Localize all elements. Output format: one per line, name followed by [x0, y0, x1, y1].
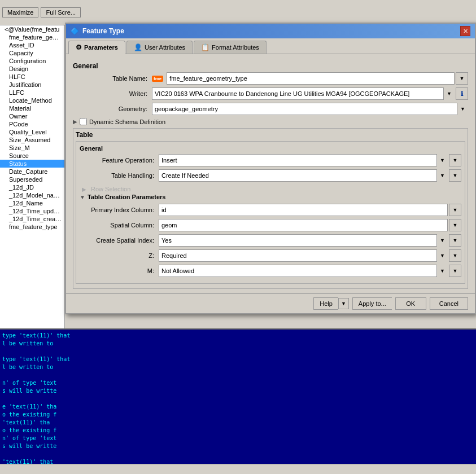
dialog-close-button[interactable]: ✕: [460, 26, 470, 36]
log-line: e 'text(11)' tha: [2, 403, 474, 411]
m-btn[interactable]: ▼: [449, 265, 461, 277]
sidebar-item-9[interactable]: Locate_Method: [0, 96, 64, 104]
log-line: n' of type 'text: [2, 379, 474, 387]
tab-format-attributes[interactable]: 📋 Format Attributes: [194, 41, 267, 54]
feature-operation-btn[interactable]: ▼: [449, 154, 461, 166]
tab-format-attributes-label: Format Attributes: [212, 44, 259, 51]
help-button[interactable]: Help: [313, 297, 338, 310]
sidebar-item-21[interactable]: _12d_Model_name: [0, 191, 64, 199]
sidebar-item-25[interactable]: fme_feature_type: [0, 223, 64, 231]
log-line: l be written to: [2, 363, 474, 371]
sidebar-item-19[interactable]: Superseded: [0, 175, 64, 183]
dynamic-schema-label: Dynamic Schema Definition: [89, 118, 165, 125]
primary-index-btn[interactable]: ▼: [449, 204, 461, 216]
sidebar-item-13[interactable]: Quality_Level: [0, 128, 64, 136]
z-control: Required ▼ ▼: [159, 249, 461, 262]
writer-select-wrapper: VIC20 0163 WPA Cranbourne to Dandenong L…: [152, 87, 455, 100]
table-name-input[interactable]: [167, 72, 455, 85]
feature-operation-select[interactable]: Insert: [159, 154, 448, 166]
sidebar-item-22[interactable]: _12d_Name: [0, 199, 64, 207]
sidebar-item-7[interactable]: Justification: [0, 81, 64, 89]
maximize-button[interactable]: Maximize: [2, 7, 38, 17]
log-area: type 'text(11)' thatl be written to type…: [0, 328, 476, 464]
table-handling-label: Table Handling:: [80, 172, 159, 179]
tab-parameters[interactable]: ⚙ Parameters: [68, 41, 125, 54]
table-handling-row: Table Handling: Create If Needed ▼ ▼: [80, 169, 461, 182]
fme-icon: fme: [152, 76, 163, 82]
sidebar-item-12[interactable]: PCode: [0, 120, 64, 128]
help-dropdown-button[interactable]: ▼: [338, 298, 349, 309]
table-handling-select[interactable]: Create If Needed: [159, 169, 448, 182]
primary-index-input[interactable]: [159, 204, 448, 216]
dialog-title-icon: 🔷: [71, 27, 79, 35]
dialog-footer: Help ▼ Apply to... OK Cancel: [66, 293, 475, 313]
sidebar-item-10[interactable]: Material: [0, 104, 64, 112]
table-handling-btn[interactable]: ▼: [449, 169, 461, 182]
table-creation-header[interactable]: ▼ Table Creation Parameters: [80, 194, 461, 200]
spatial-column-input[interactable]: [159, 219, 448, 231]
apply-button[interactable]: Apply to...: [352, 297, 392, 310]
sidebar-item-16[interactable]: Source: [0, 152, 64, 160]
table-general-title: General: [80, 145, 461, 152]
table-section-header: Table: [76, 131, 465, 139]
sidebar-item-4[interactable]: Configuration: [0, 57, 64, 65]
row-selection-row: ▶ Row Selection: [80, 185, 461, 194]
table-name-dropdown-button[interactable]: ▼: [456, 72, 468, 85]
sidebar-item-8[interactable]: LLFC: [0, 89, 64, 96]
sidebar-item-18[interactable]: Date_Capture: [0, 168, 64, 175]
sidebar-item-15[interactable]: Size_M: [0, 144, 64, 152]
spatial-column-row: Spatial Column: ▼: [80, 219, 461, 231]
format-icon: 📋: [201, 43, 209, 51]
sidebar-item-2[interactable]: Asset_ID: [0, 41, 64, 49]
tab-parameters-label: Parameters: [84, 44, 118, 51]
sidebar-item-1[interactable]: fme_feature_geomet: [0, 33, 64, 41]
log-line: s will be writte: [2, 387, 474, 395]
m-select[interactable]: Not Allowed: [159, 265, 448, 277]
table-creation-section: ▼ Table Creation Parameters Primary Inde…: [80, 194, 461, 277]
log-line: n' of type 'text: [2, 434, 474, 442]
m-label: M:: [80, 267, 159, 274]
fullscreen-button[interactable]: Full Scre...: [41, 7, 81, 17]
writer-row: Writer: VIC20 0163 WPA Cranbourne to Dan…: [73, 87, 468, 100]
sidebar-scroll: <@Value(fme_featufme_feature_geometAsset…: [0, 25, 64, 328]
sidebar-item-0[interactable]: <@Value(fme_featu: [0, 25, 64, 33]
cancel-button[interactable]: Cancel: [430, 297, 468, 310]
primary-index-label: Primary Index Column:: [80, 207, 159, 213]
table-name-label: Table Name:: [73, 75, 152, 82]
table-general-section: General Feature Operation: Insert ▼: [76, 141, 465, 284]
create-spatial-btn[interactable]: ▼: [449, 234, 461, 247]
sidebar-item-14[interactable]: Size_Assumed: [0, 136, 64, 144]
z-btn[interactable]: ▼: [449, 249, 461, 262]
tab-user-attributes-label: User Attributes: [145, 44, 185, 51]
ok-button[interactable]: OK: [395, 297, 426, 310]
sidebar: <@Value(fme_featufme_feature_geometAsset…: [0, 25, 65, 328]
spatial-column-btn[interactable]: ▼: [449, 219, 461, 231]
sidebar-item-23[interactable]: _12d_Time_updated: [0, 207, 64, 215]
sidebar-item-11[interactable]: Owner: [0, 112, 64, 120]
m-control: Not Allowed ▼ ▼: [159, 265, 461, 277]
dynamic-schema-checkbox[interactable]: [80, 118, 87, 125]
apply-button-group: Apply to...: [352, 297, 392, 310]
feature-operation-select-wrapper: Insert ▼: [159, 154, 448, 166]
spatial-column-label: Spatial Column:: [80, 222, 159, 229]
log-line: [2, 395, 474, 403]
writer-select[interactable]: VIC20 0163 WPA Cranbourne to Dandenong L…: [152, 87, 455, 100]
sidebar-item-3[interactable]: Capacity: [0, 49, 64, 57]
table-name-row: Table Name: fme ▼: [73, 72, 468, 85]
sidebar-item-17[interactable]: Status: [0, 160, 64, 168]
create-spatial-select[interactable]: Yes: [159, 234, 448, 247]
content-area: 🔷 Feature Type ✕ ⚙ Parameters 👤 User Att…: [65, 25, 476, 328]
geometry-row: Geometry: geopackage_geometry ▼: [73, 103, 468, 115]
sidebar-item-6[interactable]: HLFC: [0, 73, 64, 81]
log-line: o the existing f: [2, 427, 474, 434]
dynamic-schema-expand-icon: ▶: [73, 118, 77, 125]
dialog-title-text: Feature Type: [82, 27, 124, 35]
sidebar-item-20[interactable]: _12d_JD: [0, 183, 64, 191]
sidebar-item-5[interactable]: Design: [0, 65, 64, 73]
z-select[interactable]: Required: [159, 249, 448, 262]
writer-info-button[interactable]: ℹ: [456, 87, 468, 100]
tab-user-attributes[interactable]: 👤 User Attributes: [126, 41, 193, 54]
dynamic-schema-row[interactable]: ▶ Dynamic Schema Definition: [73, 118, 468, 125]
sidebar-item-24[interactable]: _12d_Time_created: [0, 215, 64, 223]
geometry-select[interactable]: geopackage_geometry: [152, 103, 468, 115]
